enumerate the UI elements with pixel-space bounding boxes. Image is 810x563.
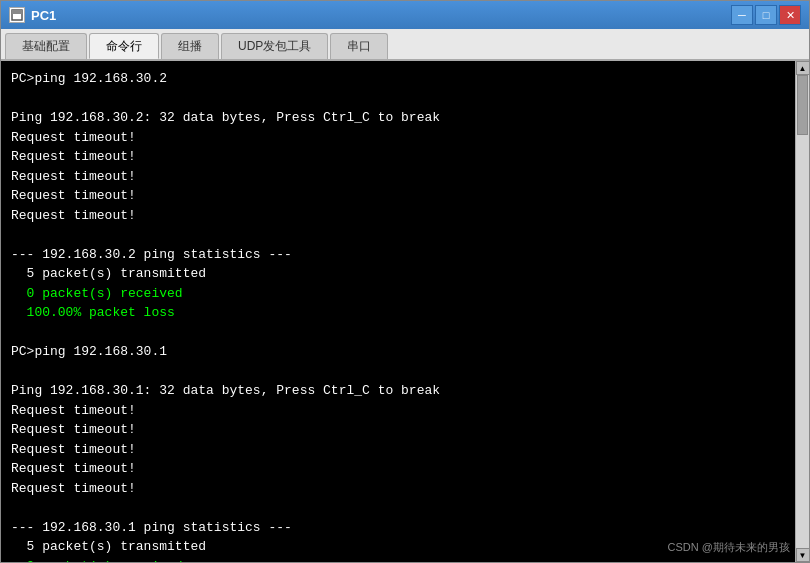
tab-multicast[interactable]: 组播 bbox=[161, 33, 219, 59]
terminal-line: Ping 192.168.30.1: 32 data bytes, Press … bbox=[11, 381, 785, 401]
terminal-line: Request timeout! bbox=[11, 206, 785, 226]
terminal-line: 0 packet(s) received bbox=[11, 557, 785, 563]
terminal[interactable]: PC>ping 192.168.30.2 Ping 192.168.30.2: … bbox=[1, 61, 795, 562]
terminal-line bbox=[11, 225, 785, 245]
tab-basic-config[interactable]: 基础配置 bbox=[5, 33, 87, 59]
tab-udp-tool[interactable]: UDP发包工具 bbox=[221, 33, 328, 59]
terminal-line: PC>ping 192.168.30.1 bbox=[11, 342, 785, 362]
terminal-line: Request timeout! bbox=[11, 147, 785, 167]
terminal-line bbox=[11, 362, 785, 382]
scroll-thumb[interactable] bbox=[797, 75, 808, 135]
terminal-line: --- 192.168.30.2 ping statistics --- bbox=[11, 245, 785, 265]
tab-bar: 基础配置 命令行 组播 UDP发包工具 串口 bbox=[1, 29, 809, 61]
watermark: CSDN @期待未来的男孩 bbox=[668, 540, 790, 555]
main-window: PC1 ─ □ ✕ 基础配置 命令行 组播 UDP发包工具 串口 PC>ping… bbox=[0, 0, 810, 563]
terminal-line: Request timeout! bbox=[11, 420, 785, 440]
tab-command-line[interactable]: 命令行 bbox=[89, 33, 159, 59]
terminal-line: PC>ping 192.168.30.2 bbox=[11, 69, 785, 89]
window-icon bbox=[9, 7, 25, 23]
scrollbar[interactable]: ▲ ▼ bbox=[795, 61, 809, 562]
maximize-button[interactable]: □ bbox=[755, 5, 777, 25]
terminal-line: Ping 192.168.30.2: 32 data bytes, Press … bbox=[11, 108, 785, 128]
terminal-line: 5 packet(s) transmitted bbox=[11, 264, 785, 284]
terminal-line: --- 192.168.30.1 ping statistics --- bbox=[11, 518, 785, 538]
terminal-line: 100.00% packet loss bbox=[11, 303, 785, 323]
title-bar: PC1 ─ □ ✕ bbox=[1, 1, 809, 29]
scroll-down-button[interactable]: ▼ bbox=[796, 548, 810, 562]
scroll-track bbox=[796, 75, 809, 548]
tab-serial[interactable]: 串口 bbox=[330, 33, 388, 59]
close-button[interactable]: ✕ bbox=[779, 5, 801, 25]
minimize-button[interactable]: ─ bbox=[731, 5, 753, 25]
window-title: PC1 bbox=[31, 8, 56, 23]
terminal-line: Request timeout! bbox=[11, 167, 785, 187]
title-bar-buttons: ─ □ ✕ bbox=[731, 5, 801, 25]
terminal-line: Request timeout! bbox=[11, 459, 785, 479]
title-bar-left: PC1 bbox=[9, 7, 56, 23]
content-area: PC>ping 192.168.30.2 Ping 192.168.30.2: … bbox=[1, 61, 809, 562]
terminal-line bbox=[11, 89, 785, 109]
terminal-line: Request timeout! bbox=[11, 440, 785, 460]
terminal-line: Request timeout! bbox=[11, 128, 785, 148]
terminal-line bbox=[11, 323, 785, 343]
terminal-line bbox=[11, 498, 785, 518]
scroll-up-button[interactable]: ▲ bbox=[796, 61, 810, 75]
terminal-line: Request timeout! bbox=[11, 479, 785, 499]
terminal-line: Request timeout! bbox=[11, 186, 785, 206]
terminal-line: 0 packet(s) received bbox=[11, 284, 785, 304]
svg-rect-1 bbox=[12, 10, 22, 14]
terminal-line: Request timeout! bbox=[11, 401, 785, 421]
